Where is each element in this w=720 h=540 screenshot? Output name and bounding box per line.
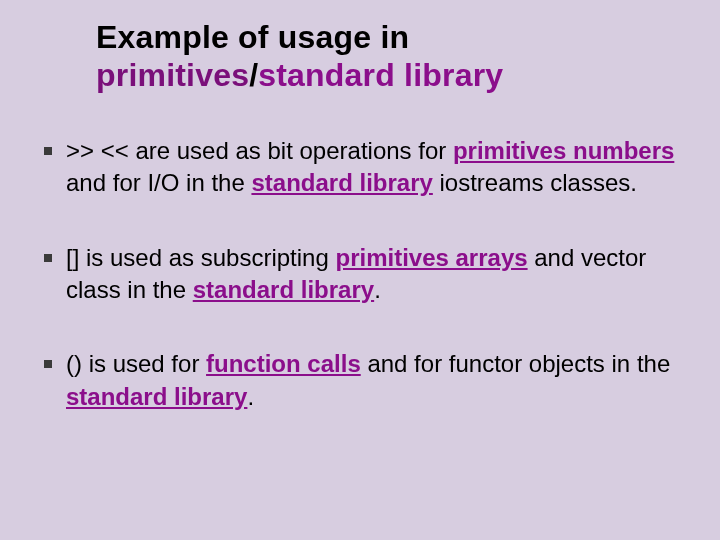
bullet-text: and for functor objects in the xyxy=(361,350,671,377)
stdlib-term: standard library xyxy=(251,169,432,196)
title-stdlib: standard library xyxy=(258,57,503,93)
bullet-text: . xyxy=(374,276,381,303)
bullet-list: >> << are used as bit operations for pri… xyxy=(28,135,692,413)
bullet-text: [] is used as subscripting xyxy=(66,244,335,271)
primitives-term: primitives arrays xyxy=(335,244,527,271)
list-item: >> << are used as bit operations for pri… xyxy=(38,135,682,200)
function-calls-term: function calls xyxy=(206,350,361,377)
title-slash: / xyxy=(249,57,258,93)
bullet-text: iostreams classes. xyxy=(433,169,637,196)
bullet-text: >> << are used as bit operations for xyxy=(66,137,453,164)
bullet-text: () is used for xyxy=(66,350,206,377)
stdlib-term: standard library xyxy=(66,383,247,410)
slide: Example of usage in primitives/standard … xyxy=(0,0,720,540)
title-text-1: Example of usage in xyxy=(96,19,409,55)
stdlib-term: standard library xyxy=(193,276,374,303)
slide-title: Example of usage in primitives/standard … xyxy=(96,18,692,95)
primitives-term: primitives numbers xyxy=(453,137,674,164)
list-item: () is used for function calls and for fu… xyxy=(38,348,682,413)
bullet-text: and for I/O in the xyxy=(66,169,251,196)
title-primitives: primitives xyxy=(96,57,249,93)
list-item: [] is used as subscripting primitives ar… xyxy=(38,242,682,307)
bullet-text: . xyxy=(247,383,254,410)
